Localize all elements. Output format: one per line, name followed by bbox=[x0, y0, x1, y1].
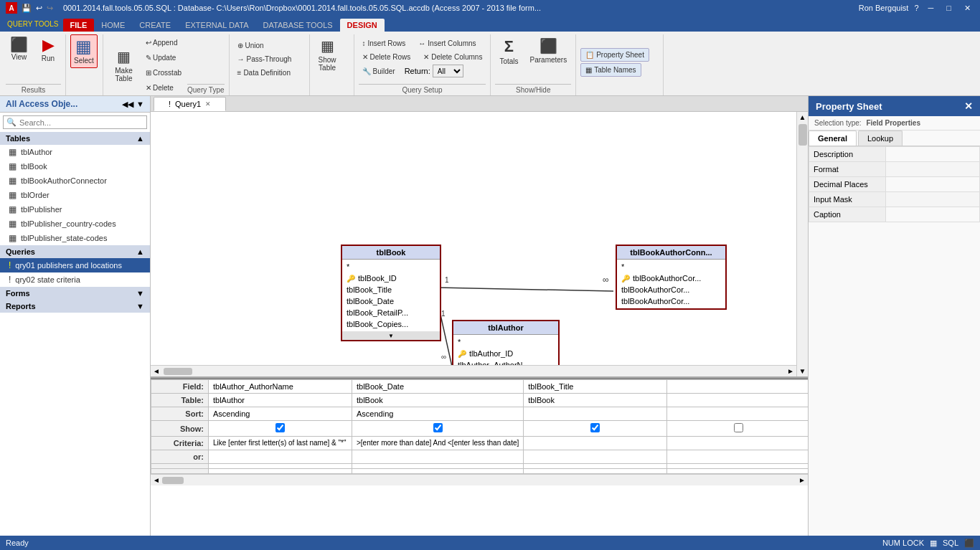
nav-item-tblPublisher-state[interactable]: ▦ tblPublisher_state-codes bbox=[0, 231, 150, 245]
nav-section-reports[interactable]: Reports ▼ bbox=[0, 300, 150, 313]
hscroll-thumb[interactable] bbox=[164, 368, 192, 375]
grid-empty2-col2[interactable] bbox=[352, 469, 524, 474]
nav-options-icon[interactable]: ▼ bbox=[136, 100, 144, 109]
prop-value-caption[interactable] bbox=[886, 207, 980, 222]
tab-query1[interactable]: ! Query1 ✕ bbox=[154, 97, 226, 111]
data-definition-button[interactable]: ≡ Data Definition bbox=[234, 67, 294, 79]
totals-button[interactable]: Σ Totals bbox=[495, 34, 522, 68]
grid-field-col1[interactable]: tblAuthor_AuthorName bbox=[209, 380, 352, 394]
delete-columns-button[interactable]: ✕ Delete Columns bbox=[420, 51, 486, 63]
grid-criteria-col3[interactable] bbox=[524, 437, 667, 450]
delete-button[interactable]: ✕ Delete bbox=[141, 81, 186, 95]
tab-file[interactable]: FILE bbox=[63, 19, 95, 32]
hscroll-right-arrow[interactable]: ► bbox=[785, 367, 796, 375]
prop-value-description[interactable] bbox=[886, 147, 980, 162]
grid-sort-col1[interactable]: Ascending bbox=[209, 407, 352, 421]
select-button[interactable]: ▦ Select bbox=[70, 34, 98, 68]
db-field-tblBAC-3[interactable]: tblBookAuthorCor... bbox=[618, 295, 724, 307]
nav-item-tblPublisher[interactable]: ▦ tblPublisher bbox=[0, 202, 150, 217]
update-button[interactable]: ✎ Update bbox=[141, 51, 186, 65]
table-names-button[interactable]: ▦ Table Names bbox=[580, 63, 641, 77]
quick-access-undo[interactable]: ↩ bbox=[36, 4, 42, 13]
grid-empty1-col2[interactable] bbox=[352, 464, 524, 469]
db-field-tblBook-Date[interactable]: tblBook_Date bbox=[344, 295, 438, 307]
grid-empty2-col1[interactable] bbox=[209, 469, 352, 474]
quick-access-redo[interactable]: ↪ bbox=[47, 4, 53, 13]
tab-database-tools[interactable]: DATABASE TOOLS bbox=[256, 19, 340, 32]
tab-create[interactable]: CREATE bbox=[132, 19, 178, 32]
grid-sort-col3[interactable] bbox=[524, 407, 667, 421]
pass-through-button[interactable]: → Pass-Through bbox=[234, 53, 296, 65]
nav-item-tblAuthor[interactable]: ▦ tblAuthor bbox=[0, 145, 150, 159]
grid-or-col3[interactable] bbox=[524, 450, 667, 464]
insert-columns-button[interactable]: ↔ Insert Columns bbox=[415, 37, 479, 49]
grid-empty2-col3[interactable] bbox=[524, 469, 667, 474]
nav-item-tblPublisher-country[interactable]: ▦ tblPublisher_country-codes bbox=[0, 217, 150, 231]
grid-show-check-col1[interactable] bbox=[275, 423, 285, 432]
vscroll-up-arrow[interactable]: ▲ bbox=[798, 112, 808, 123]
grid-field-col4[interactable] bbox=[667, 380, 808, 394]
property-panel-close[interactable]: ✕ bbox=[964, 100, 973, 112]
close-btn[interactable]: ✕ bbox=[961, 2, 974, 14]
search-input[interactable] bbox=[19, 118, 143, 127]
db-field-tblBook-Copies[interactable]: tblBook_Copies... bbox=[344, 318, 438, 330]
grid-empty1-col4[interactable] bbox=[667, 464, 808, 469]
db-field-tblBAC-1[interactable]: 🔑 tblBookAuthorCor... bbox=[618, 272, 724, 284]
crosstab-button[interactable]: ⊞ Crosstab bbox=[141, 66, 186, 80]
builder-button[interactable]: 🔧 Builder bbox=[359, 65, 399, 77]
grid-empty2-col4[interactable] bbox=[667, 469, 808, 474]
grid-empty1-col1[interactable] bbox=[209, 464, 352, 469]
db-table-tblBook[interactable]: tblBook * 🔑 tblBook_ID tblBook_Title bbox=[341, 245, 441, 341]
nav-item-qry02[interactable]: ! qry02 state criteria bbox=[0, 272, 150, 287]
grid-sort-col2[interactable]: Ascending bbox=[352, 407, 524, 421]
prop-value-input-mask[interactable] bbox=[886, 192, 980, 207]
run-button[interactable]: ▶ Run bbox=[35, 34, 61, 65]
grid-show-check-col3[interactable] bbox=[590, 423, 600, 432]
grid-criteria-col4[interactable] bbox=[667, 437, 808, 450]
grid-hscrollbar[interactable]: ◄ ► bbox=[151, 474, 808, 485]
vscroll-thumb[interactable] bbox=[798, 124, 807, 146]
nav-item-qry01[interactable]: ! qry01 publishers and locations bbox=[0, 258, 150, 272]
db-table-tblBook-scroll[interactable]: ▼ bbox=[342, 331, 440, 340]
nav-section-tables[interactable]: Tables ▲ bbox=[0, 132, 150, 145]
grid-hscroll-thumb[interactable] bbox=[162, 477, 184, 484]
property-sheet-button[interactable]: 📋 Property Sheet bbox=[580, 48, 649, 62]
grid-or-col2[interactable] bbox=[352, 450, 524, 464]
grid-hscroll-left[interactable]: ◄ bbox=[151, 476, 162, 484]
db-field-tblBook-RetailP[interactable]: tblBook_RetailP... bbox=[344, 307, 438, 318]
grid-sort-col4[interactable] bbox=[667, 407, 808, 421]
tab-external-data[interactable]: EXTERNAL DATA bbox=[178, 19, 255, 32]
tab-design[interactable]: DESIGN bbox=[340, 19, 385, 32]
prop-value-decimal-places[interactable] bbox=[886, 177, 980, 192]
db-field-tblBAC-2[interactable]: tblBookAuthorCor... bbox=[618, 284, 724, 295]
nav-section-queries[interactable]: Queries ▲ bbox=[0, 245, 150, 258]
grid-criteria-col2[interactable]: >[enter more than date] And <[enter less… bbox=[352, 437, 524, 450]
hscroll-left-arrow[interactable]: ◄ bbox=[151, 367, 162, 375]
db-field-tblBook-Title[interactable]: tblBook_Title bbox=[344, 284, 438, 295]
nav-item-tblOrder[interactable]: ▦ tblOrder bbox=[0, 188, 150, 202]
parameters-button[interactable]: ⬛ Parameters bbox=[526, 34, 572, 67]
quick-access-save[interactable]: 💾 bbox=[22, 4, 32, 13]
prop-value-format[interactable] bbox=[886, 162, 980, 177]
tab-home[interactable]: HOME bbox=[94, 19, 132, 32]
grid-show-check-col2[interactable] bbox=[433, 423, 443, 432]
restore-btn[interactable]: □ bbox=[943, 2, 955, 14]
diagram-hscrollbar[interactable]: ◄ ► bbox=[151, 365, 796, 376]
return-select[interactable]: All 5 25 100 bbox=[433, 65, 463, 77]
insert-rows-button[interactable]: ↕ Insert Rows bbox=[359, 37, 410, 49]
db-field-tblBook-ID[interactable]: 🔑 tblBook_ID bbox=[344, 272, 438, 284]
nav-section-forms[interactable]: Forms ▼ bbox=[0, 287, 150, 300]
make-table-button[interactable]: ▦ MakeTable bbox=[108, 45, 140, 85]
db-table-tblBookAuthorConn[interactable]: tblBookAuthorConn... * 🔑 tblBookAuthorCo… bbox=[616, 245, 727, 310]
grid-or-col1[interactable] bbox=[209, 450, 352, 464]
prop-tab-general[interactable]: General bbox=[809, 131, 857, 146]
grid-criteria-col1[interactable]: Like [enter first letter(s) of last name… bbox=[209, 437, 352, 450]
union-button[interactable]: ⊕ Union bbox=[234, 39, 268, 52]
view-button[interactable]: ⬛ View bbox=[6, 34, 32, 64]
grid-or-col4[interactable] bbox=[667, 450, 808, 464]
minimize-btn[interactable]: ─ bbox=[925, 2, 938, 14]
grid-field-col2[interactable]: tblBook_Date bbox=[352, 380, 524, 394]
grid-hscroll-right[interactable]: ► bbox=[796, 476, 808, 484]
nav-collapse-icon[interactable]: ◀◀ bbox=[122, 100, 133, 109]
prop-tab-lookup[interactable]: Lookup bbox=[858, 131, 903, 146]
